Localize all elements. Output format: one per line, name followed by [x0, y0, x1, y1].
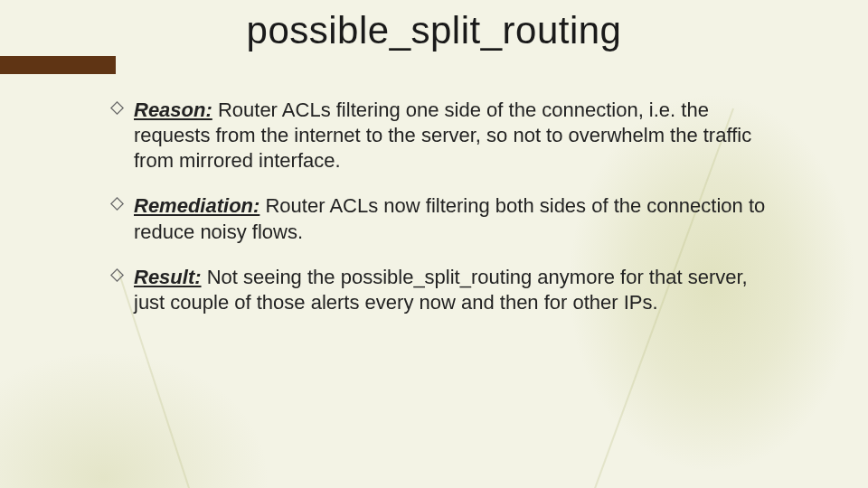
slide-body: Reason: Router ACLs filtering one side o…: [110, 98, 778, 335]
accent-bar: [0, 56, 116, 74]
bullet-label: Reason:: [134, 99, 212, 121]
bullet-item: Remediation: Router ACLs now filtering b…: [110, 193, 778, 244]
diamond-bullet-icon: [110, 268, 124, 282]
bullet-label: Result:: [134, 266, 202, 288]
bullet-item: Reason: Router ACLs filtering one side o…: [110, 98, 778, 174]
bullet-item: Result: Not seeing the possible_split_ro…: [110, 265, 778, 315]
bullet-label: Remediation:: [134, 194, 259, 217]
svg-rect-0: [111, 102, 123, 114]
svg-rect-1: [111, 198, 123, 210]
diamond-bullet-icon: [110, 197, 124, 211]
svg-rect-2: [111, 269, 123, 281]
bullet-text: Router ACLs filtering one side of the co…: [134, 99, 751, 172]
slide-title: possible_split_routing: [0, 9, 868, 52]
bullet-text: Not seeing the possible_split_routing an…: [134, 266, 748, 314]
slide: possible_split_routing Reason: Router AC…: [0, 0, 868, 488]
diamond-bullet-icon: [110, 101, 124, 115]
